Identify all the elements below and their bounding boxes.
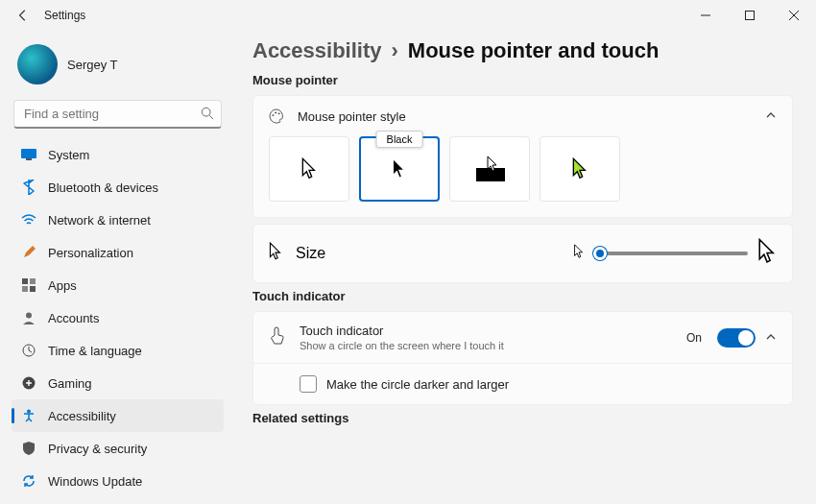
- apps-icon: [21, 277, 36, 293]
- sidebar-item-network[interactable]: Network & internet: [12, 204, 224, 236]
- wifi-icon: [21, 212, 36, 228]
- sidebar-item-label: Network & internet: [48, 213, 151, 228]
- sidebar-item-label: Gaming: [48, 376, 92, 391]
- accessibility-icon: [21, 408, 36, 423]
- window-controls: [684, 0, 816, 31]
- gaming-icon: [21, 375, 36, 391]
- touch-option-checkbox[interactable]: [300, 375, 317, 393]
- cursor-small-icon: [573, 244, 585, 263]
- slider-thumb[interactable]: [593, 247, 607, 260]
- profile[interactable]: Sergey T: [12, 38, 224, 98]
- sidebar-item-label: Bluetooth & devices: [48, 180, 158, 195]
- sidebar-item-privacy[interactable]: Privacy & security: [12, 432, 224, 465]
- sidebar-item-label: Personalization: [48, 246, 133, 260]
- sidebar-item-accounts[interactable]: Accounts: [12, 301, 224, 334]
- size-slider[interactable]: [594, 252, 748, 255]
- svg-line-5: [209, 115, 213, 119]
- section-mouse-pointer: Mouse pointer: [252, 73, 793, 87]
- sidebar-item-label: System: [48, 148, 89, 162]
- chevron-down-icon: [765, 329, 777, 347]
- chevron-up-icon: [765, 108, 777, 125]
- sidebar-item-label: Accounts: [48, 311, 99, 325]
- bluetooth-icon: [21, 180, 36, 195]
- svg-point-16: [273, 114, 275, 116]
- sidebar-item-personalization[interactable]: Personalization: [12, 236, 224, 269]
- sidebar-item-gaming[interactable]: Gaming: [12, 367, 224, 399]
- tooltip: Black: [376, 131, 423, 148]
- page-title: Mouse pointer and touch: [408, 38, 660, 63]
- sidebar-item-label: Accessibility: [48, 409, 116, 423]
- touch-icon: [269, 326, 286, 349]
- svg-point-4: [202, 108, 210, 116]
- section-related: Related settings: [252, 411, 793, 425]
- sidebar-item-label: Time & language: [48, 344, 142, 358]
- search-icon: [201, 107, 214, 124]
- title-bar: Settings: [0, 0, 816, 31]
- system-icon: [21, 147, 36, 162]
- toggle-state: On: [686, 331, 702, 345]
- touch-option-row[interactable]: Make the circle darker and larger: [253, 363, 792, 404]
- sidebar-item-bluetooth[interactable]: Bluetooth & devices: [12, 171, 224, 204]
- pointer-style-custom[interactable]: [540, 136, 620, 202]
- minimize-button[interactable]: [684, 0, 728, 31]
- sidebar-item-apps[interactable]: Apps: [12, 269, 224, 301]
- touch-title: Touch indicator: [300, 324, 504, 338]
- breadcrumb-separator: ›: [392, 38, 398, 63]
- pointer-size-card: Size: [252, 224, 793, 283]
- svg-point-18: [278, 112, 280, 114]
- brush-icon: [21, 245, 36, 260]
- sidebar-item-update[interactable]: Windows Update: [12, 465, 224, 497]
- sidebar-item-accessibility[interactable]: Accessibility: [12, 399, 224, 432]
- sidebar-item-label: Apps: [48, 278, 77, 293]
- touch-toggle[interactable]: [717, 328, 756, 348]
- search-input[interactable]: [13, 100, 222, 129]
- pointer-style-label: Mouse pointer style: [298, 109, 406, 124]
- svg-rect-11: [30, 286, 36, 292]
- touch-indicator-card: Touch indicator Show a circle on the scr…: [252, 311, 793, 405]
- sidebar-item-time[interactable]: Time & language: [12, 334, 224, 367]
- maximize-button[interactable]: [728, 0, 772, 31]
- svg-rect-7: [26, 158, 32, 160]
- content-area: Accessibility › Mouse pointer and touch …: [235, 31, 816, 504]
- touch-subtitle: Show a circle on the screen where I touc…: [300, 340, 504, 351]
- back-button[interactable]: [13, 6, 33, 25]
- cursor-large-icon: [757, 238, 777, 269]
- svg-point-15: [27, 410, 31, 414]
- svg-rect-10: [22, 286, 28, 292]
- pointer-style-white[interactable]: [269, 136, 349, 202]
- size-label: Size: [296, 245, 325, 262]
- svg-rect-6: [21, 149, 36, 158]
- clock-icon: [21, 343, 36, 358]
- sidebar-item-label: Privacy & security: [48, 442, 147, 456]
- window-title: Settings: [44, 9, 85, 22]
- cursor-icon: [269, 242, 282, 265]
- svg-rect-8: [22, 278, 28, 284]
- pointer-style-black[interactable]: Black: [359, 136, 440, 202]
- user-name: Sergey T: [67, 58, 118, 72]
- touch-option-label: Make the circle darker and larger: [326, 377, 509, 392]
- user-icon: [21, 310, 36, 325]
- avatar: [17, 44, 58, 84]
- touch-indicator-header[interactable]: Touch indicator Show a circle on the scr…: [253, 312, 792, 363]
- svg-point-12: [26, 313, 32, 319]
- update-icon: [21, 473, 36, 489]
- close-button[interactable]: [772, 0, 816, 31]
- svg-rect-9: [30, 278, 36, 284]
- pointer-style-header[interactable]: Mouse pointer style: [253, 96, 792, 136]
- svg-point-17: [275, 112, 276, 114]
- sidebar-item-system[interactable]: System: [12, 138, 224, 171]
- sidebar: Sergey T System Bluetooth & devices Netw…: [0, 31, 235, 504]
- svg-rect-19: [476, 168, 505, 181]
- breadcrumb: Accessibility › Mouse pointer and touch: [252, 38, 793, 63]
- pointer-style-card: Mouse pointer style Black: [252, 95, 793, 218]
- palette-icon: [269, 108, 284, 124]
- shield-icon: [21, 441, 36, 456]
- svg-rect-1: [746, 12, 755, 20]
- breadcrumb-category[interactable]: Accessibility: [252, 38, 382, 63]
- sidebar-item-label: Windows Update: [48, 474, 142, 489]
- section-touch-indicator: Touch indicator: [252, 289, 793, 303]
- pointer-style-inverted[interactable]: [449, 136, 530, 202]
